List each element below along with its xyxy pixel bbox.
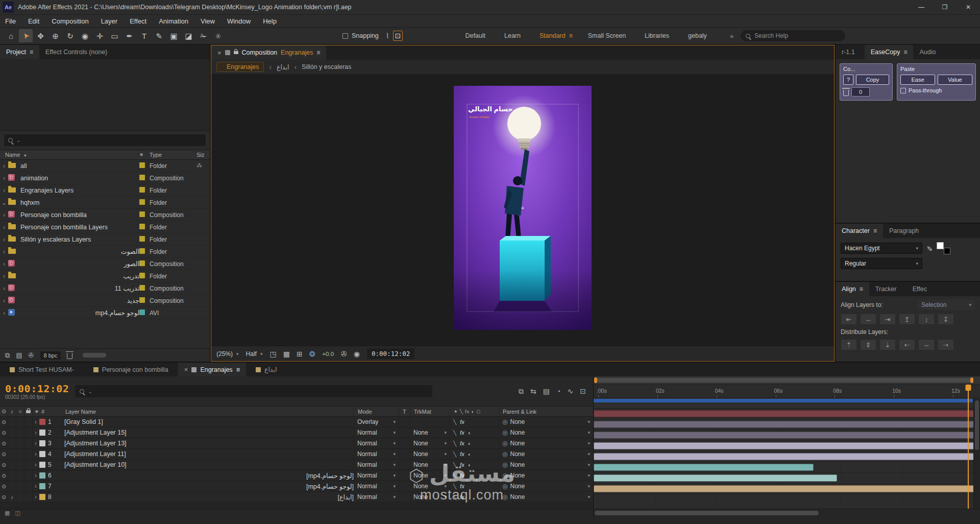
project-item-row[interactable]: › Sillón y escaleras Layers Folder xyxy=(0,233,210,246)
preserve-transparency-cell[interactable] xyxy=(399,481,410,491)
roi-icon[interactable]: ◳ xyxy=(270,350,276,358)
layer-switches[interactable]: ╲ fx xyxy=(450,481,499,491)
graph-editor-icon[interactable]: ⊡ xyxy=(580,387,586,396)
audio-icon[interactable]: ♪ xyxy=(8,407,16,416)
trkmat-dropdown[interactable]: None▾ xyxy=(410,460,450,470)
align-right-button[interactable]: ⇥ xyxy=(879,314,896,325)
layer-row[interactable]: ⊙ › 5 [Adjustment Layer 10] Normal▾ xyxy=(0,460,593,470)
layer-name[interactable]: [Adjustment Layer 15] xyxy=(62,429,354,436)
time-navigator-thumb[interactable] xyxy=(595,378,973,383)
project-scrollbar[interactable] xyxy=(83,353,106,358)
mask-visibility-icon[interactable]: ⊞ xyxy=(297,350,303,358)
layer-row[interactable]: ⊙ ♪ › 8 [ابداع] Normal▾ N xyxy=(0,492,593,503)
project-item-row[interactable]: › Personaje con bombilla Layers Folder xyxy=(0,221,210,233)
type-tool[interactable]: T xyxy=(137,29,151,42)
time-ruler[interactable]: :00s 02s 04s 06s 08s 10s 12s xyxy=(594,385,980,398)
align-v-center-button[interactable]: ↕ xyxy=(918,314,935,325)
label-color-swatch[interactable] xyxy=(139,211,145,217)
layer-twirl-icon[interactable]: › xyxy=(35,483,37,490)
panel-tab[interactable]: Align≡ xyxy=(836,282,869,296)
project-item-row[interactable]: › Engranajes Layers Folder xyxy=(0,184,210,197)
solo-cell[interactable] xyxy=(16,449,24,459)
twirl-icon[interactable]: › xyxy=(0,297,8,304)
parent-link-dropdown[interactable]: ◎ None ▾ xyxy=(499,427,593,438)
pan-behind-tool[interactable]: ✛ xyxy=(93,29,107,42)
column-size[interactable]: Siz xyxy=(197,152,210,158)
playhead-line[interactable] xyxy=(968,385,969,509)
layer-row[interactable]: ⊙ › 7 [لوجو حسام.mp4] Normal▾ xyxy=(0,481,593,492)
label-color-swatch[interactable] xyxy=(139,236,145,242)
label-color-swatch[interactable] xyxy=(139,260,145,266)
comp-flowchart-icon[interactable]: ⧉ xyxy=(519,387,524,396)
trkmat-dropdown[interactable]: None▾ xyxy=(410,438,450,448)
panel-tab[interactable]: Effect Controls (none) xyxy=(39,45,117,59)
layer-row[interactable]: ⊙ › 3 [Adjustment Layer 13] Normal▾ xyxy=(0,438,593,449)
layer-switches[interactable]: ╲ fx ◐ xyxy=(450,427,499,438)
snapping-checkbox[interactable] xyxy=(342,33,348,39)
lock-cell[interactable] xyxy=(24,470,33,481)
timeline-v-scrollbar[interactable] xyxy=(973,398,980,509)
paste-value-button[interactable]: Value xyxy=(938,75,972,85)
layer-duration-bar[interactable] xyxy=(594,421,980,428)
column-trkmat[interactable]: TrkMat xyxy=(410,407,450,416)
twirl-icon[interactable]: › xyxy=(0,285,8,292)
layer-switches[interactable]: ╲ fx ◐ xyxy=(450,460,499,470)
color-depth-button[interactable]: 8 bpc xyxy=(40,351,61,360)
layer-switches[interactable]: ╲ fx xyxy=(450,417,499,427)
copy-button[interactable]: Copy xyxy=(856,75,889,85)
blend-mode-dropdown[interactable]: Overlay▾ xyxy=(354,417,399,427)
lock-cell[interactable] xyxy=(24,417,33,427)
playhead-handle[interactable] xyxy=(965,385,971,391)
preserve-transparency-cell[interactable] xyxy=(399,492,410,502)
solo-icon[interactable]: ○ xyxy=(16,407,24,416)
selection-tool[interactable]: ➤ xyxy=(19,29,33,42)
project-flowchart-icon[interactable]: ⧉ xyxy=(5,351,10,360)
timeline-tab[interactable]: × Engranajes ≡ xyxy=(178,363,246,376)
twirl-icon[interactable]: › xyxy=(0,211,8,219)
snap-options-icon[interactable]: ⌇ xyxy=(386,32,389,40)
layer-duration-bar[interactable] xyxy=(594,410,980,417)
project-item-row[interactable]: › animation Composition xyxy=(0,172,210,184)
layer-label-swatch[interactable] xyxy=(39,440,45,446)
solo-cell[interactable] xyxy=(16,470,24,481)
menu-item[interactable]: Help xyxy=(263,17,277,25)
project-item-row[interactable]: › Personaje con bombilla Composition xyxy=(0,209,210,221)
layer-row[interactable]: ⊙ › 6 [لوجو حسام.mp4] Normal▾ xyxy=(0,470,593,481)
resolution-dropdown[interactable]: Half▾ xyxy=(246,350,263,358)
column-type[interactable]: Type xyxy=(150,152,197,158)
motion-blur-icon[interactable]: ∿ xyxy=(568,387,574,396)
layer-duration-bar[interactable] xyxy=(594,464,814,471)
project-item-row[interactable]: › جديد Composition xyxy=(0,295,210,307)
eye-icon[interactable]: ⊙ xyxy=(0,417,8,427)
home-tool[interactable]: ⌂ xyxy=(4,29,18,42)
timeline-options-icon[interactable]: ▦ xyxy=(5,510,10,516)
layer-label-swatch[interactable] xyxy=(39,451,45,457)
workspace-tab[interactable]: Standard≡ xyxy=(533,30,579,41)
align-top-button[interactable]: ↥ xyxy=(899,314,915,325)
panel-tab[interactable]: Project≡ xyxy=(0,45,39,59)
project-item-row[interactable]: › لوجو حسام.mp4 AVI xyxy=(0,307,210,319)
eye-icon[interactable]: ⊙ xyxy=(0,449,8,459)
trkmat-dropdown[interactable] xyxy=(410,417,450,427)
workspace-tab[interactable]: Learn xyxy=(498,30,530,41)
distribute-v-center-button[interactable]: ⇕ xyxy=(860,339,876,350)
brush-tool[interactable]: ✎ xyxy=(152,29,166,42)
distribute-right-button[interactable]: ⇢ xyxy=(938,339,954,350)
new-folder-icon[interactable]: ▤ xyxy=(16,351,22,360)
menu-item[interactable]: Effect xyxy=(130,17,146,25)
twirl-icon[interactable]: › xyxy=(0,248,8,255)
eye-icon[interactable]: ⊙ xyxy=(0,481,8,491)
parent-link-dropdown[interactable]: ◎ None ▾ xyxy=(499,417,593,427)
panel-menu-icon[interactable]: ≡ xyxy=(873,227,877,234)
roto-brush-tool[interactable]: ✁ xyxy=(197,29,210,42)
audio-icon[interactable] xyxy=(8,417,16,427)
layer-twirl-icon[interactable]: › xyxy=(35,461,37,468)
layer-duration-bar[interactable] xyxy=(594,453,980,460)
parent-link-dropdown[interactable]: ◎ None ▾ xyxy=(499,438,593,448)
layer-duration-bar[interactable] xyxy=(594,474,837,482)
panel-tab[interactable]: Character≡ xyxy=(836,224,883,238)
menu-item[interactable]: Animation xyxy=(159,17,188,25)
align-bottom-button[interactable]: ↧ xyxy=(938,314,954,325)
layer-label-swatch[interactable] xyxy=(39,483,45,489)
project-item-row[interactable]: › الصور Composition xyxy=(0,258,210,270)
